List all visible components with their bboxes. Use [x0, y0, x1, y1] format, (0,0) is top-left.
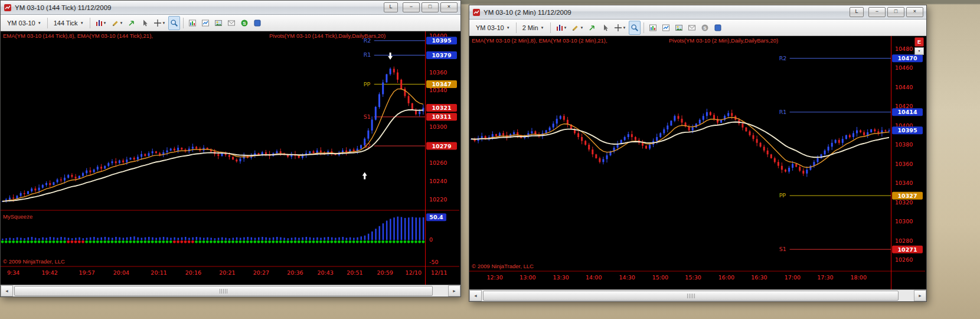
mail-button[interactable]	[226, 16, 237, 30]
chevron-down-icon: ▼	[120, 21, 123, 25]
svg-text:S: S	[243, 21, 247, 26]
svg-text:10311: 10311	[432, 113, 451, 120]
svg-text:10321: 10321	[432, 105, 451, 111]
chart-area[interactable]: 1022010240102601028010300103201034010360…	[1, 31, 460, 285]
link-button[interactable]: L	[850, 7, 864, 17]
price-chart-canvas[interactable]: 1022010240102601028010300103201034010360…	[1, 31, 459, 285]
pointer-button[interactable]	[139, 16, 151, 30]
svg-text:10260: 10260	[429, 160, 447, 166]
scroll-right-button[interactable]: ►	[448, 285, 460, 297]
svg-text:14:30: 14:30	[619, 274, 635, 281]
scroll-left-button[interactable]: ◄	[1, 285, 13, 297]
svg-text:R2: R2	[779, 55, 787, 61]
svg-text:S1: S1	[364, 113, 371, 120]
horizontal-scrollbar[interactable]: ◄ ►	[469, 289, 926, 301]
svg-text:10320: 10320	[895, 199, 913, 206]
minimize-button[interactable]: −	[403, 2, 420, 12]
svg-text:10240: 10240	[429, 178, 447, 184]
svg-text:12/10: 12/10	[406, 269, 422, 276]
crosshair-button[interactable]: ▼	[612, 21, 628, 35]
svg-text:10360: 10360	[429, 69, 447, 76]
draw-tools-button[interactable]: ▼	[570, 21, 585, 35]
mail-button[interactable]	[686, 21, 698, 35]
chart-trader-dropdown[interactable]: ▼	[914, 47, 924, 55]
svg-text:10440: 10440	[895, 84, 913, 90]
svg-text:R1: R1	[364, 51, 371, 58]
scrollbar-thumb[interactable]	[14, 286, 433, 296]
titlebar[interactable]: YM 03-10 (144 Tick) 11/12/2009 L − □ ×	[1, 1, 460, 15]
svg-text:PP: PP	[364, 81, 371, 87]
svg-text:20:04: 20:04	[113, 269, 129, 276]
chevron-down-icon: ▼	[162, 21, 165, 25]
draw-tools-button[interactable]: ▼	[110, 16, 125, 30]
strategies-button[interactable]: S	[239, 16, 250, 30]
bar-style-button[interactable]: ▼	[554, 21, 569, 35]
svg-text:12:30: 12:30	[487, 274, 503, 281]
marker-button[interactable]	[126, 16, 138, 30]
svg-text:15:30: 15:30	[685, 274, 701, 281]
scrollbar-thumb[interactable]	[483, 291, 899, 301]
instrument-selector[interactable]: YM 03-10▼	[4, 18, 44, 28]
pivots-header: Pivots(YM 03-10 (2 Min),Daily,DailyBars,…	[669, 37, 778, 44]
svg-text:15:00: 15:00	[652, 274, 668, 281]
chart-trader-button[interactable]: E	[914, 37, 924, 47]
bar-style-button[interactable]: ▼	[93, 16, 109, 30]
chevron-down-icon: ▼	[541, 26, 544, 30]
horizontal-scrollbar[interactable]: ◄ ►	[1, 285, 460, 297]
properties-icon	[714, 24, 722, 32]
svg-text:S: S	[704, 25, 707, 31]
separator	[516, 22, 517, 33]
scroll-left-button[interactable]: ◄	[469, 290, 482, 301]
snapshot-button[interactable]	[213, 16, 224, 30]
strategies-button[interactable]: S	[699, 21, 711, 35]
scroll-right-button[interactable]: ►	[914, 290, 926, 301]
svg-text:18:00: 18:00	[851, 274, 867, 281]
pencil-icon	[571, 24, 580, 32]
indicators-button[interactable]	[200, 16, 211, 30]
snapshot-icon	[675, 24, 683, 32]
scrollbar-track[interactable]	[482, 290, 914, 301]
svg-text:10327: 10327	[897, 193, 917, 199]
indicators-icon	[662, 24, 670, 32]
svg-text:12/11: 12/11	[431, 269, 447, 276]
link-button[interactable]: L	[384, 2, 398, 12]
window-title: YM 03-10 (144 Tick) 11/12/2009	[15, 4, 381, 11]
svg-text:9:34: 9:34	[7, 269, 19, 276]
close-button[interactable]: ×	[440, 2, 458, 12]
squeeze-panel-label: MySqueeze	[3, 213, 32, 220]
data-series-button[interactable]	[187, 16, 198, 30]
grip-icon	[220, 289, 227, 294]
marker-button[interactable]	[586, 21, 598, 35]
interval-selector[interactable]: 2 Min▼	[520, 23, 547, 32]
chevron-down-icon: ▼	[507, 26, 510, 30]
close-button[interactable]: ×	[906, 7, 923, 17]
chevron-down-icon: ▼	[580, 26, 583, 30]
properties-button[interactable]	[251, 16, 263, 30]
interval-selector[interactable]: 144 Tick▼	[51, 18, 87, 28]
data-series-button[interactable]	[647, 21, 659, 35]
titlebar[interactable]: YM 03-10 (2 Min) 11/12/2009 L − □ ×	[469, 5, 926, 19]
zoom-button[interactable]	[168, 16, 180, 30]
snapshot-button[interactable]	[673, 21, 685, 35]
crosshair-icon	[153, 19, 162, 27]
svg-text:10480: 10480	[895, 45, 913, 52]
maximize-button[interactable]: □	[422, 2, 439, 12]
maximize-button[interactable]: □	[887, 7, 904, 17]
scrollbar-track[interactable]	[13, 285, 448, 297]
svg-text:50.4: 50.4	[429, 214, 443, 220]
separator	[90, 18, 90, 28]
chart-area[interactable]: 1026010280103001032010340103601038010400…	[469, 36, 926, 289]
price-chart-canvas[interactable]: 1026010280103001032010340103601038010400…	[469, 36, 925, 289]
indicators-button[interactable]	[660, 21, 672, 35]
separator	[643, 22, 644, 33]
crosshair-button[interactable]: ▼	[152, 16, 167, 30]
chart-toolbar: YM 03-10▼ 2 Min▼ ▼ ▼ ▼ S	[469, 19, 926, 36]
svg-text:10271: 10271	[897, 246, 917, 253]
instrument-selector[interactable]: YM 03-10▼	[473, 23, 513, 32]
pointer-button[interactable]	[599, 21, 611, 35]
copyright-label: © 2009 NinjaTrader, LLC	[472, 263, 534, 269]
properties-button[interactable]	[712, 21, 724, 35]
minimize-button[interactable]: −	[868, 7, 886, 17]
zoom-button[interactable]	[629, 21, 641, 35]
bar-style-icon	[95, 19, 103, 27]
